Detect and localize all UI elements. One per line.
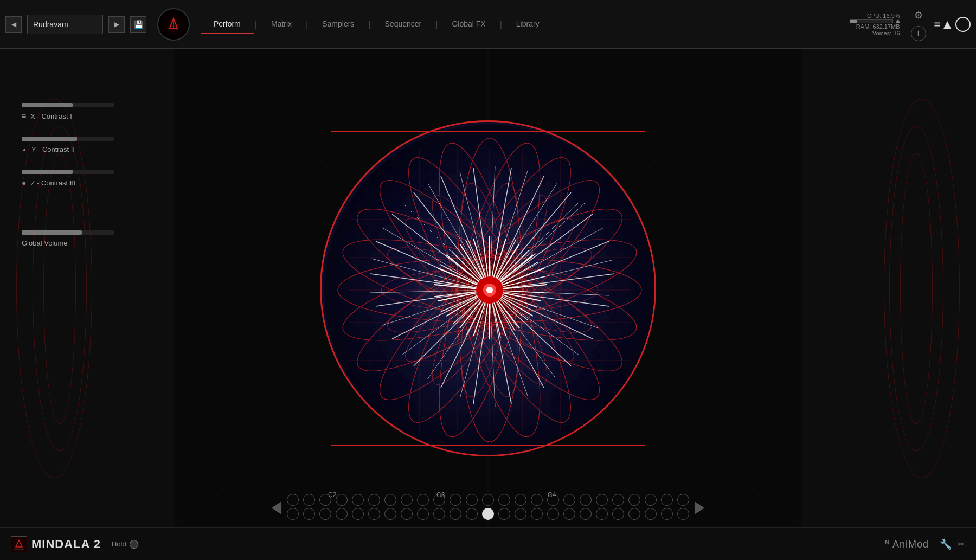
key-dot-top-1[interactable] (303, 494, 315, 506)
tab-globalfx[interactable]: Global FX (439, 15, 498, 34)
key-dot-bottom-14[interactable] (515, 508, 526, 520)
tab-matrix[interactable]: Matrix (258, 15, 305, 34)
info-icon[interactable]: i (911, 26, 926, 41)
logo-icon (165, 16, 182, 33)
piano-scroll-left[interactable] (272, 501, 281, 514)
key-dot-bottom-9[interactable] (433, 508, 445, 520)
bottom-tools: 🔧 ✂ (940, 538, 965, 550)
logo-circle (157, 8, 190, 41)
key-dot-bottom-16[interactable] (547, 508, 559, 520)
y-icon: ▲ (22, 146, 27, 152)
z-contrast-label: ● Z - Contrast III (22, 178, 163, 187)
z-contrast-slider[interactable] (22, 170, 114, 174)
key-dot-top-4[interactable] (352, 494, 364, 506)
left-panel: ≡ X - Contrast I ▲ Y - Contrast II (0, 49, 174, 527)
bottom-right: ᴺ AniMod 🔧 ✂ (885, 538, 965, 550)
note-label-c2: C2 (328, 491, 336, 499)
key-dot-bottom-19[interactable] (596, 508, 608, 520)
key-dot-bottom-17[interactable] (563, 508, 575, 520)
tab-perform[interactable]: Perform (201, 15, 254, 34)
cpu-bar-indicator (896, 19, 900, 23)
key-dot-top-7[interactable] (401, 494, 413, 506)
global-volume-text: Global Volume (22, 239, 68, 247)
key-dot-top-8[interactable] (417, 494, 429, 506)
key-dot-bottom-12[interactable] (482, 508, 494, 520)
key-dot-top-22[interactable] (645, 494, 657, 506)
key-dot-bottom-8[interactable] (417, 508, 429, 520)
key-dot-bottom-3[interactable] (336, 508, 348, 520)
key-dot-bottom-11[interactable] (466, 508, 478, 520)
settings-icon[interactable]: ⚙ (911, 8, 926, 23)
navigation-tabs: Perform | Matrix | Samplers | Sequencer … (201, 15, 844, 34)
y-contrast-slider[interactable] (22, 137, 114, 141)
key-dot-bottom-1[interactable] (303, 508, 315, 520)
key-dot-bottom-18[interactable] (580, 508, 592, 520)
save-button[interactable]: 💾 (130, 16, 146, 33)
key-dots-container (287, 494, 689, 522)
tab-samplers[interactable]: Samplers (309, 15, 367, 34)
next-preset-button[interactable]: ▶ (108, 16, 125, 33)
prev-preset-button[interactable]: ◀ (5, 16, 22, 33)
scissors-icon[interactable]: ✂ (957, 538, 965, 550)
key-dot-top-13[interactable] (498, 494, 510, 506)
key-dot-bottom-4[interactable] (352, 508, 364, 520)
key-dot-top-6[interactable] (384, 494, 396, 506)
key-dot-top-20[interactable] (612, 494, 624, 506)
key-dot-top-17[interactable] (563, 494, 575, 506)
key-dot-bottom-20[interactable] (612, 508, 624, 520)
key-dot-top-12[interactable] (482, 494, 494, 506)
key-dot-bottom-5[interactable] (368, 508, 380, 520)
system-info: CPU: 16.9% RAM: 632.17MB Voices: 36 (850, 12, 900, 36)
piano-area: C2 C3 C4 (174, 491, 802, 527)
key-dot-top-23[interactable] (661, 494, 673, 506)
key-dot-top-14[interactable] (515, 494, 526, 506)
key-dot-bottom-24[interactable] (677, 508, 689, 520)
key-dot-bottom-21[interactable] (628, 508, 640, 520)
key-dot-top-10[interactable] (450, 494, 461, 506)
y-contrast-label: ▲ Y - Contrast II (22, 145, 163, 153)
key-dot-bottom-2[interactable] (319, 508, 331, 520)
bottom-bar: MINDALA 2 Hold ᴺ AniMod 🔧 ✂ (0, 527, 976, 560)
key-dot-bottom-15[interactable] (531, 508, 543, 520)
global-volume-slider[interactable] (22, 230, 114, 235)
tab-sequencer[interactable]: Sequencer (372, 15, 435, 34)
wrench-icon[interactable]: 🔧 (940, 538, 952, 550)
key-dot-bottom-6[interactable] (384, 508, 396, 520)
top-right-controls: ≡ ▲ (934, 17, 971, 32)
key-dot-top-21[interactable] (628, 494, 640, 506)
tab-library[interactable]: Library (503, 15, 553, 34)
key-dot-top-15[interactable] (531, 494, 543, 506)
key-dots-bottom-row (287, 508, 689, 520)
brand-lines-icon: ≡ (934, 18, 940, 30)
key-dot-top-24[interactable] (677, 494, 689, 506)
hold-toggle[interactable] (130, 540, 138, 549)
key-dot-bottom-13[interactable] (498, 508, 510, 520)
key-dot-top-18[interactable] (580, 494, 592, 506)
piano-controls (272, 494, 704, 522)
key-dot-bottom-23[interactable] (661, 508, 673, 520)
main-content: ≡ X - Contrast I ▲ Y - Contrast II (0, 49, 976, 527)
note-label-c3: C3 (436, 491, 445, 499)
key-dot-top-19[interactable] (596, 494, 608, 506)
cpu-bar (850, 19, 893, 23)
key-dot-top-0[interactable] (287, 494, 299, 506)
hold-control: Hold (112, 540, 138, 549)
global-volume-label: Global Volume (22, 239, 163, 247)
y-contrast-text: Y - Contrast II (31, 145, 75, 153)
hold-label: Hold (112, 540, 126, 548)
key-dot-top-11[interactable] (466, 494, 478, 506)
x-icon: ≡ (22, 112, 26, 120)
key-dot-bottom-7[interactable] (401, 508, 413, 520)
x-contrast-slider[interactable] (22, 103, 114, 107)
key-dot-bottom-0[interactable] (287, 508, 299, 520)
key-dot-top-3[interactable] (336, 494, 348, 506)
preset-name: Rudravam (27, 15, 103, 34)
global-volume-group: Global Volume (22, 230, 163, 247)
key-dot-top-5[interactable] (368, 494, 380, 506)
outer-rect (331, 131, 645, 446)
piano-scroll-right[interactable] (695, 501, 704, 514)
key-dot-bottom-10[interactable] (450, 508, 461, 520)
key-dot-bottom-22[interactable] (645, 508, 657, 520)
note-label-c4: C4 (548, 491, 556, 499)
brand-logo: ≡ ▲ (934, 17, 971, 32)
